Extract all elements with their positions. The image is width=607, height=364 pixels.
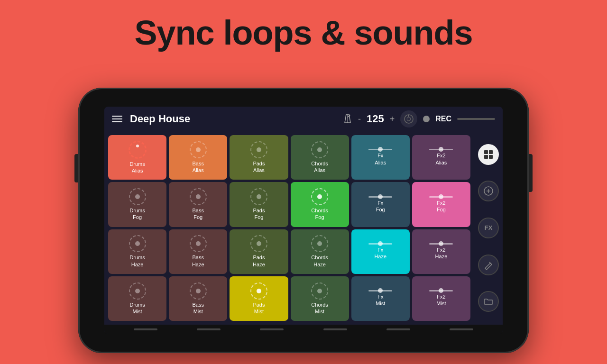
spin-control[interactable]	[400, 110, 417, 127]
slider-icon	[429, 196, 453, 198]
pad-label-fx2-alias: Fx2Alias	[436, 152, 447, 166]
svg-rect-8	[484, 155, 488, 159]
slider-icon	[429, 149, 453, 150]
pad-label-chords-haze: ChordsHaze	[311, 254, 328, 268]
knob-icon	[311, 188, 328, 205]
pad-fx-alias[interactable]: FxAlias	[351, 135, 410, 180]
metronome-icon[interactable]	[343, 112, 352, 126]
pad-chords-mist[interactable]: ChordsMist	[291, 276, 349, 321]
pad-label-fx2-haze: Fx2Haze	[435, 246, 448, 260]
pad-label-bass-alias: BassAlias	[193, 160, 204, 174]
knob-icon	[250, 141, 267, 158]
pad-bass-alias[interactable]: BassAlias	[169, 135, 227, 180]
grid-area: DrumsAlias BassAlias PadsAlias ChordsAli…	[104, 131, 474, 325]
menu-button[interactable]	[112, 116, 122, 122]
mixer-button[interactable]	[478, 181, 499, 201]
pad-label-pads-alias: PadsAlias	[253, 160, 265, 174]
pad-fx2-fog[interactable]: Fx2Fog	[412, 182, 470, 227]
pad-fx2-haze[interactable]: Fx2Haze	[412, 229, 470, 274]
pad-pads-mist[interactable]: PadsMist	[230, 276, 288, 321]
pad-label-fx-mist: FxMist	[376, 293, 385, 307]
pad-label-drums-mist: DrumsMist	[129, 301, 145, 315]
right-sidebar: FX	[474, 131, 503, 325]
bottom-indicator-3	[260, 328, 284, 330]
rec-label[interactable]: REC	[435, 115, 451, 123]
phone-button-left	[74, 154, 78, 182]
pad-label-fx-fog: FxFog	[376, 200, 385, 213]
pad-fx2-alias[interactable]: Fx2Alias	[412, 135, 470, 180]
fx-button[interactable]: FX	[478, 218, 499, 238]
pad-drums-mist[interactable]: DrumsMist	[108, 276, 166, 321]
pad-chords-haze[interactable]: ChordsHaze	[291, 229, 349, 274]
slider-icon	[429, 243, 453, 245]
bottom-indicator-6	[450, 328, 473, 330]
pad-pads-haze[interactable]: PadsHaze	[230, 229, 288, 274]
pad-label-fx-haze: FxHaze	[374, 246, 386, 260]
phone-button-right	[529, 154, 533, 192]
slider-icon	[368, 243, 392, 245]
pad-pads-alias[interactable]: PadsAlias	[230, 135, 288, 180]
knob-icon	[190, 141, 207, 158]
pad-drums-alias[interactable]: DrumsAlias	[108, 135, 166, 180]
pad-fx2-mist[interactable]: Fx2Mist	[412, 276, 470, 321]
pad-label-pads-mist: PadsMist	[253, 301, 265, 315]
bottom-indicator-4	[323, 328, 347, 330]
phone-screen: Deep House - 125 +	[104, 107, 503, 334]
pad-chords-alias[interactable]: ChordsAlias	[291, 135, 349, 180]
app-title: Deep House	[130, 113, 335, 125]
pad-bass-mist[interactable]: BassMist	[169, 276, 227, 321]
pad-fx-fog[interactable]: FxFog	[351, 182, 410, 227]
top-bar: Deep House - 125 +	[104, 107, 503, 131]
folder-button[interactable]	[478, 291, 499, 312]
pad-label-chords-fog: ChordsFog	[311, 207, 328, 221]
bpm-plus[interactable]: +	[390, 114, 395, 124]
pad-label-fx2-fog: Fx2Fog	[437, 200, 446, 213]
pad-drums-haze[interactable]: DrumsHaze	[108, 229, 166, 274]
pad-bass-haze[interactable]: BassHaze	[169, 229, 227, 274]
bottom-indicator-2	[197, 328, 221, 330]
knob-icon	[129, 141, 147, 159]
top-controls: - 125 + REC	[343, 110, 495, 127]
pad-fx-mist[interactable]: FxMist	[351, 276, 410, 321]
knob-icon	[250, 235, 267, 252]
pad-drums-fog[interactable]: DrumsFog	[108, 182, 166, 227]
knob-icon	[250, 282, 267, 300]
svg-rect-6	[484, 150, 488, 154]
headline: Sync loops & sounds	[0, 0, 607, 52]
slider-icon	[368, 196, 392, 198]
knob-icon	[311, 282, 328, 300]
edit-button[interactable]	[478, 255, 499, 275]
grid-view-button[interactable]	[478, 144, 499, 165]
grid-row-fog: DrumsFog BassFog PadsFog ChordsFog FxFog…	[108, 182, 470, 227]
slider-icon	[368, 290, 392, 291]
knob-icon	[190, 235, 207, 252]
pad-label-bass-fog: BassFog	[193, 207, 204, 221]
grid-row-haze: DrumsHaze BassHaze PadsHaze ChordsHaze F…	[108, 229, 470, 274]
pad-fx-haze[interactable]: FxHaze	[351, 229, 410, 274]
pad-pads-fog[interactable]: PadsFog	[230, 182, 288, 227]
knob-icon	[129, 235, 146, 252]
pad-label-chords-alias: ChordsAlias	[311, 160, 328, 174]
pad-bass-fog[interactable]: BassFog	[169, 182, 227, 227]
pad-label-chords-mist: ChordsMist	[311, 301, 328, 315]
rec-dot	[423, 116, 430, 122]
phone-body: Deep House - 125 +	[78, 88, 529, 353]
pad-label-fx-alias: FxAlias	[375, 152, 386, 166]
phone-wrapper: Deep House - 125 +	[78, 88, 529, 353]
pad-chords-fog[interactable]: ChordsFog	[291, 182, 349, 227]
main-content: DrumsAlias BassAlias PadsAlias ChordsAli…	[104, 131, 503, 325]
knob-icon	[311, 141, 328, 158]
pad-label-drums-fog: DrumsFog	[129, 207, 145, 221]
svg-point-4	[407, 117, 411, 121]
pad-label-bass-haze: BassHaze	[192, 254, 204, 268]
knob-icon	[129, 188, 146, 205]
pad-label-drums-haze: DrumsHaze	[129, 254, 145, 268]
pad-label-fx2-mist: Fx2Mist	[436, 293, 446, 307]
pad-label-pads-fog: PadsFog	[253, 207, 265, 221]
grid-row-mist: DrumsMist BassMist PadsMist ChordsMist F…	[108, 276, 470, 321]
knob-icon	[190, 188, 207, 205]
knob-icon	[311, 235, 328, 252]
bpm-minus[interactable]: -	[358, 114, 361, 124]
bottom-indicator-5	[386, 328, 410, 330]
pad-label-drums-alias: DrumsAlias	[129, 161, 145, 174]
